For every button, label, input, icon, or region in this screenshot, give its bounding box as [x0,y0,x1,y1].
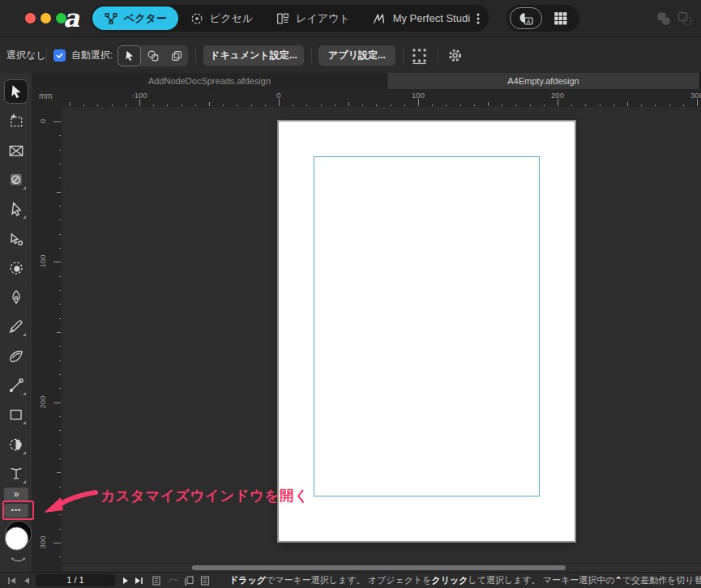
page-indicator: 1 / 1 [36,574,115,586]
persona-tab-studio[interactable]: My Perfect Studio [361,6,488,30]
flyout-indicator [23,421,26,424]
document-tab[interactable]: AddNodeDocSpreads.afdesign [32,73,387,89]
app-settings-button[interactable]: アプリ設定... [318,45,395,66]
studio-persona-icon [373,11,387,26]
page-margin-guide [314,156,540,496]
boolean-divide-button [677,11,693,27]
affinity-logo: a [63,3,79,32]
link-pages-icon [167,575,178,586]
move-tool[interactable] [4,79,28,104]
persona-tab-vector[interactable]: ベクター [92,6,178,30]
boolean-add-button [656,11,672,27]
duplicate-page-icon[interactable] [183,575,194,586]
snapping-icon[interactable] [410,46,429,65]
assistant-toggle[interactable]: A [510,7,542,29]
ruler-unit-label: mm [39,92,53,100]
persona-tab-pixel[interactable]: ピクセル [178,6,264,30]
select-object-mode[interactable] [141,45,165,66]
assistant-icon: A [517,11,535,27]
persona-tab-label: ピクセル [210,11,253,26]
persona-overflow-button[interactable] [470,5,486,32]
flyout-indicator [23,333,26,336]
move-cursor-icon [122,49,137,63]
auto-select-checkbox[interactable] [53,49,66,62]
gear-icon[interactable] [446,46,464,65]
expand-tools-button[interactable]: » [4,488,28,501]
ruler-label: 300 [37,526,48,558]
titlebar: a ベクターピクセルレイアウトMy Perfect Studio A [0,0,701,36]
flyout-indicator [23,215,26,219]
select-cursor-mode[interactable] [118,45,141,66]
studio-presets-toggle[interactable] [545,7,576,29]
fill-stroke-swatches-icon[interactable] [1,519,35,565]
persona-tabs: ベクターピクセルレイアウトMy Perfect Studio [91,5,489,32]
document-page [279,121,575,541]
ruler-label: 200 [37,386,48,418]
flyout-indicator [23,186,26,190]
duplicate-icon [169,49,184,63]
ruler-label: 100 [402,91,434,100]
first-page-icon[interactable] [6,575,18,586]
style-picker-tool[interactable] [4,168,28,192]
selection-mode-group [118,45,188,66]
ruler-label: 100 [37,245,48,278]
persona-tab-label: My Perfect Studio [393,12,477,24]
ruler-unit[interactable]: mm [32,89,62,107]
ruler-label: 300 [681,91,701,100]
document-settings-button[interactable]: ドキュメント設定... [203,45,304,66]
divider [403,48,404,63]
persona-tab-label: ベクター [124,11,167,26]
svg-text:A: A [527,18,531,23]
artistic-text-tool[interactable] [4,462,28,486]
select-group-mode[interactable] [165,45,188,66]
vector-brush-tool[interactable] [4,344,28,369]
titlebar-disabled-actions [656,11,693,27]
flyout-indicator [23,480,26,484]
divider [311,48,312,63]
pen-tool[interactable] [4,285,28,309]
minimize-window-button[interactable] [41,13,51,23]
flood-select-tool[interactable] [4,432,28,457]
checkmark-icon [55,51,64,60]
auto-select-label: 自動選択: [71,37,113,74]
vertical-ruler: 0100200300 [32,107,62,572]
pixel-persona-icon [190,11,204,26]
studio-presets-grid-icon [552,11,570,27]
contour-tool[interactable] [4,227,28,251]
layout-persona-icon [276,11,290,26]
flyout-indicator [23,392,26,395]
statusbar: 1 / 1 ドラッグでマーキー選択します。 オブジェクトをクリックして選択します… [0,572,701,588]
horizontal-scrollbar[interactable] [62,563,701,572]
selection-brush-tool[interactable] [4,256,28,280]
canvas-viewport[interactable] [62,107,701,572]
divider [46,48,47,63]
persona-tab-label: レイアウト [296,11,350,26]
rectangle-tool[interactable] [4,403,28,427]
context-toolbar: 選択なし 自動選択: ドキュメント設定... アプリ設定... [0,36,701,73]
envelope-tool[interactable] [4,138,28,163]
tools-panel: » ••• [0,73,32,572]
page-list-icon[interactable] [199,575,211,586]
pages-icon[interactable] [151,575,162,586]
last-page-icon[interactable] [133,575,144,586]
ruler-label: 0 [263,91,295,100]
persona-tab-layout[interactable]: レイアウト [264,6,361,30]
titlebar-toggles: A [507,5,579,32]
kebab-menu-icon [472,11,484,27]
prev-page-icon[interactable] [21,575,32,586]
document-tabbar: AddNodeDocSpreads.afdesignA4Empty.afdesi… [32,73,701,89]
select-object-icon [146,49,160,63]
flyout-indicator [23,451,26,454]
pencil-tool[interactable] [4,314,28,339]
close-window-button[interactable] [25,13,36,23]
next-page-icon[interactable] [120,575,131,586]
gradient-tool[interactable] [4,373,28,398]
horizontal-ruler: -1000100200300 [62,89,701,107]
more-tools-button[interactable]: ••• [4,504,28,518]
node-tool[interactable] [4,197,28,221]
artboard-tool[interactable] [4,109,28,133]
document-tab[interactable]: A4Empty.afdesign [387,73,700,89]
ruler-label: 200 [541,91,574,100]
horizontal-scrollbar-thumb[interactable] [192,565,566,570]
affinity-designer-window: a ベクターピクセルレイアウトMy Perfect Studio A 選択なし … [0,0,701,588]
